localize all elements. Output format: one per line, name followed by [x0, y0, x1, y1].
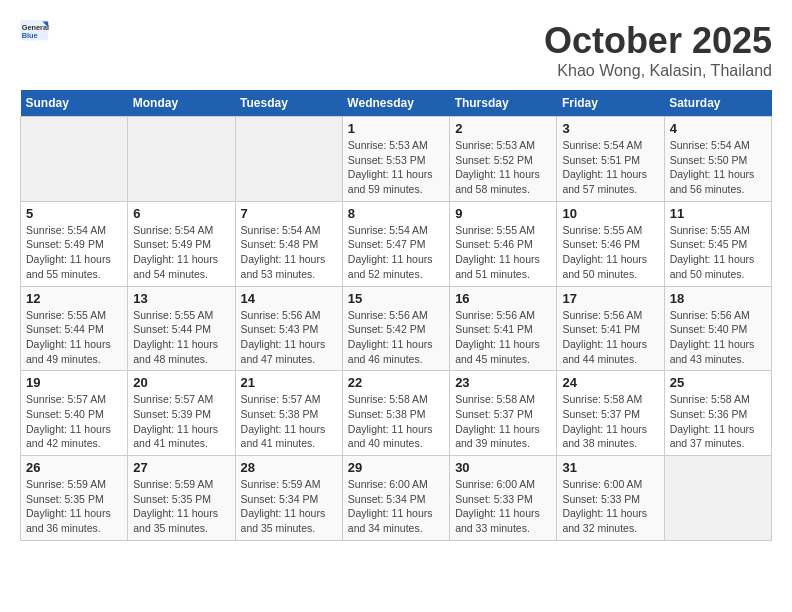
- calendar-week-4: 19Sunrise: 5:57 AM Sunset: 5:40 PM Dayli…: [21, 371, 772, 456]
- day-number: 30: [455, 460, 551, 475]
- page-header: General Blue October 2025 Khao Wong, Kal…: [20, 20, 772, 80]
- calendar-cell: 14Sunrise: 5:56 AM Sunset: 5:43 PM Dayli…: [235, 286, 342, 371]
- day-info: Sunrise: 5:56 AM Sunset: 5:42 PM Dayligh…: [348, 308, 444, 367]
- calendar-cell: 11Sunrise: 5:55 AM Sunset: 5:45 PM Dayli…: [664, 201, 771, 286]
- day-info: Sunrise: 5:57 AM Sunset: 5:39 PM Dayligh…: [133, 392, 229, 451]
- calendar-cell: 1Sunrise: 5:53 AM Sunset: 5:53 PM Daylig…: [342, 117, 449, 202]
- calendar-body: 1Sunrise: 5:53 AM Sunset: 5:53 PM Daylig…: [21, 117, 772, 541]
- day-info: Sunrise: 5:54 AM Sunset: 5:50 PM Dayligh…: [670, 138, 766, 197]
- calendar-cell: 9Sunrise: 5:55 AM Sunset: 5:46 PM Daylig…: [450, 201, 557, 286]
- location-title: Khao Wong, Kalasin, Thailand: [544, 62, 772, 80]
- calendar-header-row: SundayMondayTuesdayWednesdayThursdayFrid…: [21, 90, 772, 117]
- day-number: 16: [455, 291, 551, 306]
- calendar-cell: 28Sunrise: 5:59 AM Sunset: 5:34 PM Dayli…: [235, 456, 342, 541]
- day-info: Sunrise: 5:56 AM Sunset: 5:41 PM Dayligh…: [455, 308, 551, 367]
- day-number: 3: [562, 121, 658, 136]
- day-number: 2: [455, 121, 551, 136]
- day-number: 18: [670, 291, 766, 306]
- day-info: Sunrise: 5:58 AM Sunset: 5:38 PM Dayligh…: [348, 392, 444, 451]
- day-info: Sunrise: 5:57 AM Sunset: 5:38 PM Dayligh…: [241, 392, 337, 451]
- calendar-cell: 18Sunrise: 5:56 AM Sunset: 5:40 PM Dayli…: [664, 286, 771, 371]
- svg-text:Blue: Blue: [22, 31, 38, 40]
- day-number: 4: [670, 121, 766, 136]
- day-number: 12: [26, 291, 122, 306]
- day-info: Sunrise: 5:54 AM Sunset: 5:49 PM Dayligh…: [26, 223, 122, 282]
- calendar-cell: 7Sunrise: 5:54 AM Sunset: 5:48 PM Daylig…: [235, 201, 342, 286]
- day-number: 8: [348, 206, 444, 221]
- calendar-week-5: 26Sunrise: 5:59 AM Sunset: 5:35 PM Dayli…: [21, 456, 772, 541]
- day-number: 1: [348, 121, 444, 136]
- day-info: Sunrise: 5:58 AM Sunset: 5:36 PM Dayligh…: [670, 392, 766, 451]
- day-info: Sunrise: 5:54 AM Sunset: 5:47 PM Dayligh…: [348, 223, 444, 282]
- calendar-cell: 15Sunrise: 5:56 AM Sunset: 5:42 PM Dayli…: [342, 286, 449, 371]
- calendar-cell: 23Sunrise: 5:58 AM Sunset: 5:37 PM Dayli…: [450, 371, 557, 456]
- day-number: 25: [670, 375, 766, 390]
- day-info: Sunrise: 5:58 AM Sunset: 5:37 PM Dayligh…: [562, 392, 658, 451]
- day-info: Sunrise: 5:56 AM Sunset: 5:40 PM Dayligh…: [670, 308, 766, 367]
- day-info: Sunrise: 5:55 AM Sunset: 5:44 PM Dayligh…: [26, 308, 122, 367]
- calendar-cell: 27Sunrise: 5:59 AM Sunset: 5:35 PM Dayli…: [128, 456, 235, 541]
- day-info: Sunrise: 5:56 AM Sunset: 5:43 PM Dayligh…: [241, 308, 337, 367]
- day-info: Sunrise: 5:57 AM Sunset: 5:40 PM Dayligh…: [26, 392, 122, 451]
- day-info: Sunrise: 5:59 AM Sunset: 5:34 PM Dayligh…: [241, 477, 337, 536]
- calendar-cell: 25Sunrise: 5:58 AM Sunset: 5:36 PM Dayli…: [664, 371, 771, 456]
- calendar-week-2: 5Sunrise: 5:54 AM Sunset: 5:49 PM Daylig…: [21, 201, 772, 286]
- day-number: 13: [133, 291, 229, 306]
- day-info: Sunrise: 5:55 AM Sunset: 5:44 PM Dayligh…: [133, 308, 229, 367]
- day-number: 20: [133, 375, 229, 390]
- calendar-cell: [235, 117, 342, 202]
- day-info: Sunrise: 6:00 AM Sunset: 5:33 PM Dayligh…: [562, 477, 658, 536]
- day-number: 29: [348, 460, 444, 475]
- day-info: Sunrise: 5:54 AM Sunset: 5:48 PM Dayligh…: [241, 223, 337, 282]
- day-info: Sunrise: 5:53 AM Sunset: 5:53 PM Dayligh…: [348, 138, 444, 197]
- day-number: 17: [562, 291, 658, 306]
- day-info: Sunrise: 5:54 AM Sunset: 5:51 PM Dayligh…: [562, 138, 658, 197]
- day-info: Sunrise: 5:55 AM Sunset: 5:45 PM Dayligh…: [670, 223, 766, 282]
- logo-icon: General Blue: [20, 20, 50, 42]
- month-title: October 2025: [544, 20, 772, 62]
- day-number: 24: [562, 375, 658, 390]
- day-info: Sunrise: 5:55 AM Sunset: 5:46 PM Dayligh…: [562, 223, 658, 282]
- calendar-week-1: 1Sunrise: 5:53 AM Sunset: 5:53 PM Daylig…: [21, 117, 772, 202]
- day-number: 19: [26, 375, 122, 390]
- day-number: 31: [562, 460, 658, 475]
- day-info: Sunrise: 5:59 AM Sunset: 5:35 PM Dayligh…: [26, 477, 122, 536]
- calendar-cell: 30Sunrise: 6:00 AM Sunset: 5:33 PM Dayli…: [450, 456, 557, 541]
- weekday-header-wednesday: Wednesday: [342, 90, 449, 117]
- calendar-cell: 2Sunrise: 5:53 AM Sunset: 5:52 PM Daylig…: [450, 117, 557, 202]
- day-number: 27: [133, 460, 229, 475]
- day-info: Sunrise: 5:55 AM Sunset: 5:46 PM Dayligh…: [455, 223, 551, 282]
- weekday-header-sunday: Sunday: [21, 90, 128, 117]
- day-number: 21: [241, 375, 337, 390]
- calendar-week-3: 12Sunrise: 5:55 AM Sunset: 5:44 PM Dayli…: [21, 286, 772, 371]
- day-number: 26: [26, 460, 122, 475]
- day-number: 28: [241, 460, 337, 475]
- day-info: Sunrise: 5:58 AM Sunset: 5:37 PM Dayligh…: [455, 392, 551, 451]
- calendar-cell: 10Sunrise: 5:55 AM Sunset: 5:46 PM Dayli…: [557, 201, 664, 286]
- calendar-cell: [664, 456, 771, 541]
- calendar-table: SundayMondayTuesdayWednesdayThursdayFrid…: [20, 90, 772, 541]
- day-number: 10: [562, 206, 658, 221]
- calendar-cell: 31Sunrise: 6:00 AM Sunset: 5:33 PM Dayli…: [557, 456, 664, 541]
- title-block: October 2025 Khao Wong, Kalasin, Thailan…: [544, 20, 772, 80]
- calendar-cell: 22Sunrise: 5:58 AM Sunset: 5:38 PM Dayli…: [342, 371, 449, 456]
- calendar-cell: 6Sunrise: 5:54 AM Sunset: 5:49 PM Daylig…: [128, 201, 235, 286]
- calendar-cell: 3Sunrise: 5:54 AM Sunset: 5:51 PM Daylig…: [557, 117, 664, 202]
- day-number: 6: [133, 206, 229, 221]
- weekday-header-tuesday: Tuesday: [235, 90, 342, 117]
- day-info: Sunrise: 6:00 AM Sunset: 5:34 PM Dayligh…: [348, 477, 444, 536]
- calendar-cell: [21, 117, 128, 202]
- calendar-cell: 24Sunrise: 5:58 AM Sunset: 5:37 PM Dayli…: [557, 371, 664, 456]
- calendar-cell: 13Sunrise: 5:55 AM Sunset: 5:44 PM Dayli…: [128, 286, 235, 371]
- day-number: 22: [348, 375, 444, 390]
- day-info: Sunrise: 5:56 AM Sunset: 5:41 PM Dayligh…: [562, 308, 658, 367]
- day-number: 14: [241, 291, 337, 306]
- calendar-cell: 29Sunrise: 6:00 AM Sunset: 5:34 PM Dayli…: [342, 456, 449, 541]
- day-info: Sunrise: 5:59 AM Sunset: 5:35 PM Dayligh…: [133, 477, 229, 536]
- calendar-cell: 16Sunrise: 5:56 AM Sunset: 5:41 PM Dayli…: [450, 286, 557, 371]
- weekday-header-thursday: Thursday: [450, 90, 557, 117]
- calendar-cell: 19Sunrise: 5:57 AM Sunset: 5:40 PM Dayli…: [21, 371, 128, 456]
- calendar-cell: 20Sunrise: 5:57 AM Sunset: 5:39 PM Dayli…: [128, 371, 235, 456]
- day-number: 5: [26, 206, 122, 221]
- day-number: 7: [241, 206, 337, 221]
